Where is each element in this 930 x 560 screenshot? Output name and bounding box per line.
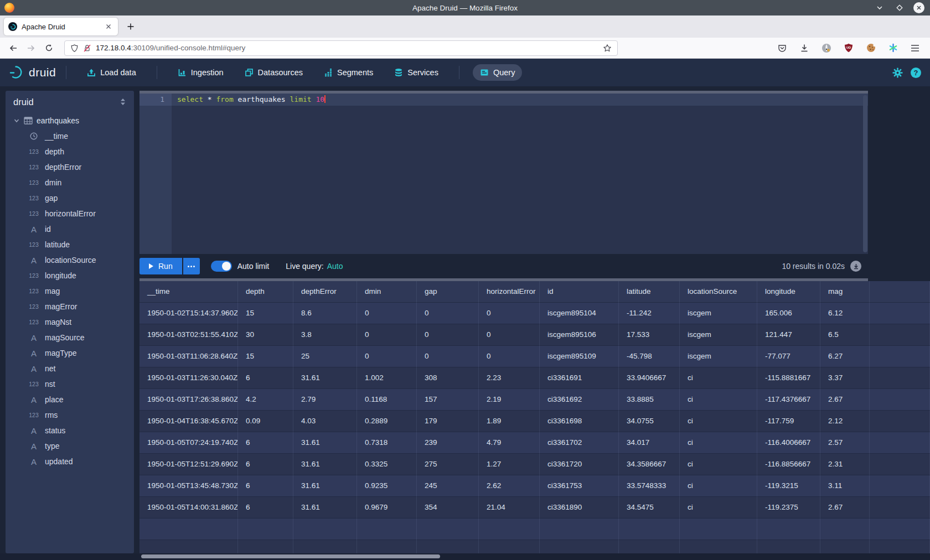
table-cell[interactable]: ci xyxy=(680,367,757,389)
table-cell[interactable]: 157 xyxy=(417,389,479,411)
table-cell[interactable]: 33.5748333 xyxy=(619,475,680,497)
table-cell[interactable]: ci xyxy=(680,389,757,411)
extension-asterisk-icon[interactable] xyxy=(885,40,901,56)
table-cell[interactable]: ci3361692 xyxy=(540,389,619,411)
table-cell[interactable]: 4.79 xyxy=(479,432,540,454)
table-cell[interactable]: 2.67 xyxy=(820,497,870,518)
table-cell[interactable]: 239 xyxy=(417,432,479,454)
table-cell[interactable]: 1950-01-05T12:51:29.690Z xyxy=(140,454,238,475)
schema-sort-icon[interactable] xyxy=(120,98,126,106)
table-cell[interactable]: 1950-01-03T11:06:28.640Z xyxy=(140,346,238,367)
scrollbar-thumb[interactable] xyxy=(141,554,440,558)
table-cell[interactable]: 0.9235 xyxy=(357,475,417,497)
table-cell[interactable]: 2.23 xyxy=(479,367,540,389)
window-minimize-icon[interactable] xyxy=(874,2,886,14)
bookmark-star-icon[interactable] xyxy=(603,44,612,53)
druid-brand[interactable]: druid xyxy=(9,65,56,80)
table-cell[interactable]: 0 xyxy=(357,303,417,324)
sidebar-column-depth[interactable]: 123depth xyxy=(6,144,134,159)
table-cell[interactable]: 34.5475 xyxy=(619,497,680,518)
column-header[interactable]: locationSource xyxy=(680,281,757,303)
table-cell[interactable]: 1950-01-03T02:51:55.410Z xyxy=(140,324,238,346)
table-cell[interactable]: ci3361698 xyxy=(540,411,619,432)
run-more-options-button[interactable] xyxy=(183,258,200,274)
table-cell[interactable]: 121.447 xyxy=(757,324,820,346)
new-tab-button[interactable] xyxy=(122,18,139,35)
table-cell[interactable]: 1.27 xyxy=(479,454,540,475)
table-cell[interactable]: ci3361702 xyxy=(540,432,619,454)
table-cell[interactable]: 165.006 xyxy=(757,303,820,324)
table-cell[interactable]: iscgem895109 xyxy=(540,346,619,367)
sidebar-column-updated[interactable]: Aupdated xyxy=(6,454,134,469)
sidebar-column-magError[interactable]: 123magError xyxy=(6,299,134,314)
table-cell[interactable]: 0 xyxy=(417,346,479,367)
table-cell[interactable]: 2.31 xyxy=(820,454,870,475)
table-cell[interactable]: 0.3325 xyxy=(357,454,417,475)
ublock-origin-icon[interactable]: UO xyxy=(840,40,857,56)
reload-button-icon[interactable] xyxy=(40,40,58,56)
table-cell[interactable]: ci xyxy=(680,432,757,454)
column-header[interactable]: __time xyxy=(140,281,238,303)
window-maximize-icon[interactable] xyxy=(893,2,906,14)
table-cell[interactable]: 6.12 xyxy=(820,303,870,324)
table-cell[interactable]: 34.3586667 xyxy=(619,454,680,475)
table-cell[interactable]: ci3361691 xyxy=(540,367,619,389)
table-cell[interactable]: 33.9406667 xyxy=(619,367,680,389)
table-cell[interactable]: 25 xyxy=(293,346,357,367)
table-cell[interactable]: 1.002 xyxy=(357,367,417,389)
auto-limit-toggle[interactable] xyxy=(211,261,232,272)
table-cell[interactable]: 0 xyxy=(417,303,479,324)
editor-vertical-scrollbar[interactable] xyxy=(862,95,868,252)
sidebar-column-net[interactable]: Anet xyxy=(6,361,134,376)
sidebar-column-rms[interactable]: 123rms xyxy=(6,407,134,423)
column-header[interactable]: id xyxy=(540,281,619,303)
table-cell[interactable]: 34.0755 xyxy=(619,411,680,432)
table-cell[interactable]: 15 xyxy=(238,303,293,324)
scrollbar-thumb[interactable] xyxy=(863,95,867,252)
hamburger-menu-icon[interactable] xyxy=(907,40,923,56)
table-cell[interactable]: 245 xyxy=(417,475,479,497)
table-cell[interactable]: 0.1168 xyxy=(357,389,417,411)
table-cell[interactable]: 1950-01-03T11:26:30.040Z xyxy=(140,367,238,389)
table-cell[interactable]: 0 xyxy=(357,346,417,367)
table-cell[interactable]: ci3361720 xyxy=(540,454,619,475)
table-cell[interactable]: 4.03 xyxy=(293,411,357,432)
table-cell[interactable]: 30 xyxy=(238,324,293,346)
table-cell[interactable]: 3.8 xyxy=(293,324,357,346)
table-cell[interactable]: -117.4376667 xyxy=(757,389,820,411)
table-cell[interactable]: iscgem xyxy=(680,346,757,367)
live-query-value[interactable]: Auto xyxy=(327,262,343,271)
help-icon[interactable]: ? xyxy=(911,68,921,78)
column-header[interactable]: gap xyxy=(417,281,479,303)
table-cell[interactable]: 1950-01-04T16:38:45.670Z xyxy=(140,411,238,432)
sidebar-column-dmin[interactable]: 123dmin xyxy=(6,175,134,190)
table-cell[interactable]: 0 xyxy=(479,324,540,346)
nav-item-segments[interactable]: Segments xyxy=(317,64,380,81)
tab-close-icon[interactable] xyxy=(104,22,113,32)
sidebar-column-magNst[interactable]: 123magNst xyxy=(6,314,134,330)
nav-item-ingestion[interactable]: Ingestion xyxy=(170,64,231,81)
sidebar-column-place[interactable]: Aplace xyxy=(6,392,134,407)
table-cell[interactable]: iscgem895106 xyxy=(540,324,619,346)
sidebar-column-nst[interactable]: 123nst xyxy=(6,376,134,392)
table-cell[interactable]: 4.2 xyxy=(238,389,293,411)
pocket-icon[interactable] xyxy=(774,40,790,56)
sidebar-column-locationSource[interactable]: AlocationSource xyxy=(6,252,134,268)
table-cell[interactable]: 31.61 xyxy=(293,497,357,518)
table-cell[interactable]: 6.27 xyxy=(820,346,870,367)
horizontal-scrollbar[interactable] xyxy=(0,553,930,560)
forward-button-icon[interactable] xyxy=(22,40,40,56)
window-close-icon[interactable] xyxy=(913,2,924,13)
tab-apache-druid[interactable]: Apache Druid xyxy=(4,18,118,35)
table-cell[interactable]: 17.533 xyxy=(619,324,680,346)
column-header[interactable]: dmin xyxy=(357,281,417,303)
sidebar-column-id[interactable]: Aid xyxy=(6,221,134,237)
sidebar-column-depthError[interactable]: 123depthError xyxy=(6,159,134,175)
sidebar-column-latitude[interactable]: 123latitude xyxy=(6,237,134,252)
sidebar-column-horizontalError[interactable]: 123horizontalError xyxy=(6,206,134,221)
table-cell[interactable]: 6.5 xyxy=(820,324,870,346)
column-header[interactable]: longitude xyxy=(757,281,820,303)
table-cell[interactable]: 308 xyxy=(417,367,479,389)
run-button[interactable]: Run xyxy=(140,258,182,274)
table-cell[interactable]: 0 xyxy=(479,346,540,367)
